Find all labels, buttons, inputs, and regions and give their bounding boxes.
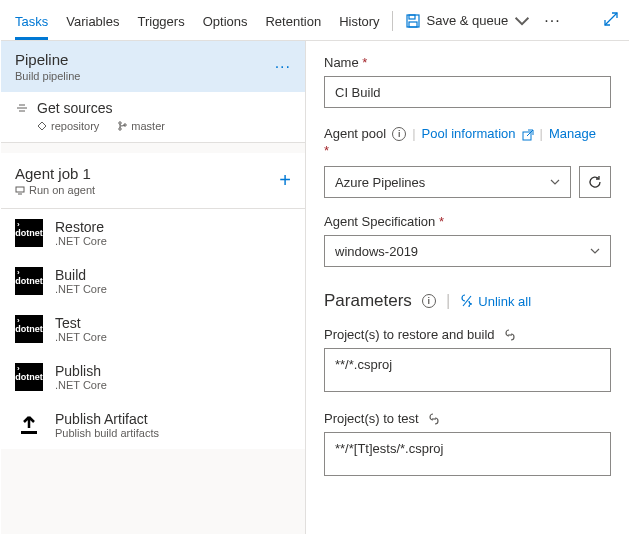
- task-build[interactable]: ›dotnet Build .NET Core: [1, 257, 305, 305]
- tab-bar: Tasks Variables Triggers Options Retenti…: [1, 1, 629, 41]
- branch-badge: master: [117, 120, 165, 132]
- task-label: Restore: [55, 219, 107, 235]
- parameters-heading: Parameters: [324, 291, 412, 311]
- repository-badge: repository: [37, 120, 99, 132]
- save-and-queue-button[interactable]: Save & queue: [405, 13, 531, 29]
- tab-variables[interactable]: Variables: [66, 4, 119, 40]
- task-list: ›dotnet Restore .NET Core ›dotnet Build …: [1, 209, 305, 449]
- name-label: Name *: [324, 55, 611, 70]
- add-task-button[interactable]: +: [279, 169, 291, 192]
- details-pane: Name * Agent pool i | Pool information |…: [306, 41, 629, 534]
- refresh-pools-button[interactable]: [579, 166, 611, 198]
- info-icon[interactable]: i: [392, 127, 406, 141]
- tabs: Tasks Variables Triggers Options Retenti…: [15, 1, 380, 40]
- branch-icon: [117, 121, 127, 131]
- svg-rect-2: [409, 22, 417, 27]
- agent-job-subtitle: Run on agent: [15, 184, 279, 196]
- svg-point-3: [119, 122, 121, 124]
- name-input[interactable]: [324, 76, 611, 108]
- agent-job-title: Agent job 1: [15, 165, 279, 182]
- agent-pool-select[interactable]: Azure Pipelines: [324, 166, 571, 198]
- more-actions-button[interactable]: ···: [544, 12, 560, 30]
- pipeline-title: Pipeline: [15, 51, 275, 68]
- tab-triggers[interactable]: Triggers: [137, 4, 184, 40]
- task-sub: .NET Core: [55, 235, 107, 247]
- tab-options[interactable]: Options: [203, 4, 248, 40]
- projects-test-input[interactable]: [324, 432, 611, 476]
- chevron-down-icon: [590, 246, 600, 256]
- task-label: Build: [55, 267, 107, 283]
- svg-point-4: [119, 128, 121, 130]
- chevron-down-icon: [550, 177, 560, 187]
- task-sub: .NET Core: [55, 331, 107, 343]
- task-publish-artifact[interactable]: Publish Artifact Publish build artifacts: [1, 401, 305, 449]
- open-external-icon[interactable]: [522, 129, 534, 141]
- agent-pool-value: Azure Pipelines: [335, 175, 425, 190]
- get-sources-item[interactable]: Get sources repository master: [1, 92, 305, 143]
- task-publish[interactable]: ›dotnet Publish .NET Core: [1, 353, 305, 401]
- repo-icon: [37, 121, 47, 131]
- tab-history[interactable]: History: [339, 4, 379, 40]
- dotnet-icon: ›dotnet: [15, 219, 43, 247]
- left-pane: Pipeline Build pipeline ··· Get sources …: [1, 41, 306, 534]
- task-test[interactable]: ›dotnet Test .NET Core: [1, 305, 305, 353]
- task-sub: .NET Core: [55, 283, 107, 295]
- manage-link[interactable]: Manage: [549, 126, 596, 141]
- agent-spec-select[interactable]: windows-2019: [324, 235, 611, 267]
- link-icon[interactable]: [503, 328, 517, 342]
- task-sub: Publish build artifacts: [55, 427, 159, 439]
- pipeline-subtitle: Build pipeline: [15, 70, 275, 82]
- svg-rect-1: [409, 15, 415, 19]
- projects-build-input[interactable]: [324, 348, 611, 392]
- pipeline-more-button[interactable]: ···: [275, 58, 291, 76]
- chevron-down-icon: [514, 13, 530, 29]
- pool-information-link[interactable]: Pool information: [422, 126, 516, 141]
- unlink-all-link[interactable]: Unlink all: [460, 294, 531, 309]
- pipeline-header[interactable]: Pipeline Build pipeline ···: [1, 41, 305, 92]
- refresh-icon: [587, 174, 603, 190]
- svg-rect-6: [16, 187, 24, 192]
- upload-icon: [15, 411, 43, 439]
- save-and-queue-label: Save & queue: [427, 13, 509, 28]
- dotnet-icon: ›dotnet: [15, 267, 43, 295]
- agent-icon: [15, 185, 25, 195]
- task-label: Publish: [55, 363, 107, 379]
- fullscreen-button[interactable]: [603, 11, 619, 30]
- task-label: Publish Artifact: [55, 411, 159, 427]
- dotnet-icon: ›dotnet: [15, 315, 43, 343]
- svg-rect-7: [21, 431, 37, 434]
- link-icon[interactable]: [427, 412, 441, 426]
- agent-spec-value: windows-2019: [335, 244, 418, 259]
- info-icon[interactable]: i: [422, 294, 436, 308]
- task-label: Test: [55, 315, 107, 331]
- save-icon: [405, 13, 421, 29]
- separator: [392, 11, 393, 31]
- tab-retention[interactable]: Retention: [265, 4, 321, 40]
- projects-build-label: Project(s) to restore and build: [324, 327, 495, 342]
- tab-tasks[interactable]: Tasks: [15, 4, 48, 40]
- agent-pool-label: Agent pool: [324, 126, 386, 141]
- agent-job-item[interactable]: Agent job 1 Run on agent +: [1, 153, 305, 209]
- agent-spec-label: Agent Specification *: [324, 214, 611, 229]
- task-restore[interactable]: ›dotnet Restore .NET Core: [1, 209, 305, 257]
- sources-icon: [15, 101, 29, 115]
- task-sub: .NET Core: [55, 379, 107, 391]
- get-sources-title: Get sources: [37, 100, 112, 116]
- unlink-icon: [460, 294, 474, 308]
- dotnet-icon: ›dotnet: [15, 363, 43, 391]
- projects-test-label: Project(s) to test: [324, 411, 419, 426]
